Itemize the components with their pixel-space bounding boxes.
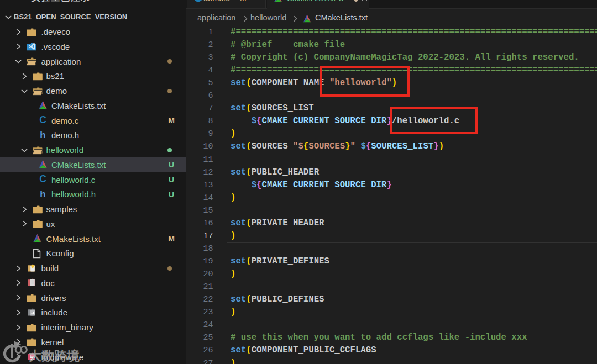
svg-text:C: C bbox=[39, 174, 46, 184]
svg-text:大数跨境: 大数跨境 bbox=[29, 349, 80, 363]
svg-text:C: C bbox=[39, 115, 46, 125]
svg-text:C: C bbox=[196, 0, 201, 2]
svg-text:h: h bbox=[40, 130, 45, 140]
svg-text:h: h bbox=[40, 189, 45, 199]
